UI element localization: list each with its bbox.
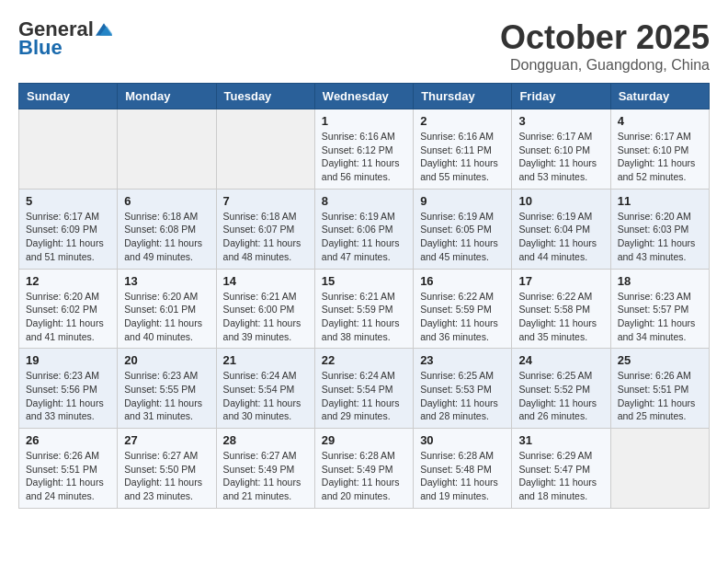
- calendar-cell: 14Sunrise: 6:21 AM Sunset: 6:00 PM Dayli…: [216, 269, 314, 349]
- day-info: Sunrise: 6:26 AM Sunset: 5:51 PM Dayligh…: [618, 369, 702, 423]
- title-block: October 2025 Dongguan, Guangdong, China: [500, 18, 710, 74]
- day-number: 24: [518, 353, 603, 367]
- header-monday: Monday: [118, 84, 216, 109]
- day-number: 26: [26, 433, 110, 447]
- calendar-table: SundayMondayTuesdayWednesdayThursdayFrid…: [18, 83, 710, 509]
- day-number: 29: [322, 433, 406, 447]
- calendar-cell: 21Sunrise: 6:24 AM Sunset: 5:54 PM Dayli…: [216, 349, 314, 429]
- day-number: 23: [420, 353, 505, 367]
- location: Dongguan, Guangdong, China: [500, 57, 710, 74]
- calendar-cell: 5Sunrise: 6:17 AM Sunset: 6:09 PM Daylig…: [19, 189, 118, 269]
- calendar-cell: 12Sunrise: 6:20 AM Sunset: 6:02 PM Dayli…: [19, 269, 118, 349]
- header-wednesday: Wednesday: [314, 84, 413, 109]
- day-info: Sunrise: 6:20 AM Sunset: 6:02 PM Dayligh…: [26, 290, 110, 344]
- logo-icon: [96, 21, 112, 38]
- calendar-cell: 1Sunrise: 6:16 AM Sunset: 6:12 PM Daylig…: [314, 109, 413, 190]
- logo: General Blue: [18, 18, 112, 59]
- calendar-week-1: 1Sunrise: 6:16 AM Sunset: 6:12 PM Daylig…: [19, 109, 710, 190]
- day-number: 4: [618, 114, 702, 128]
- calendar-cell: 7Sunrise: 6:18 AM Sunset: 6:07 PM Daylig…: [216, 189, 314, 269]
- header-saturday: Saturday: [610, 84, 709, 109]
- day-info: Sunrise: 6:16 AM Sunset: 6:12 PM Dayligh…: [322, 130, 406, 184]
- day-number: 19: [26, 353, 110, 367]
- calendar-week-4: 19Sunrise: 6:23 AM Sunset: 5:56 PM Dayli…: [19, 349, 710, 429]
- calendar-cell: [19, 109, 118, 190]
- day-info: Sunrise: 6:20 AM Sunset: 6:01 PM Dayligh…: [124, 290, 209, 344]
- header-thursday: Thursday: [414, 84, 512, 109]
- day-number: 6: [124, 194, 209, 208]
- calendar-cell: 27Sunrise: 6:27 AM Sunset: 5:50 PM Dayli…: [118, 429, 216, 509]
- calendar-cell: 17Sunrise: 6:22 AM Sunset: 5:58 PM Dayli…: [512, 269, 610, 349]
- day-info: Sunrise: 6:22 AM Sunset: 5:58 PM Dayligh…: [518, 290, 603, 344]
- day-info: Sunrise: 6:22 AM Sunset: 5:59 PM Dayligh…: [420, 290, 505, 344]
- calendar-week-3: 12Sunrise: 6:20 AM Sunset: 6:02 PM Dayli…: [19, 269, 710, 349]
- day-info: Sunrise: 6:23 AM Sunset: 5:55 PM Dayligh…: [124, 369, 209, 423]
- calendar-cell: [610, 429, 709, 509]
- day-number: 9: [420, 194, 505, 208]
- calendar-cell: 16Sunrise: 6:22 AM Sunset: 5:59 PM Dayli…: [414, 269, 512, 349]
- calendar-cell: [216, 109, 314, 190]
- calendar-cell: 2Sunrise: 6:16 AM Sunset: 6:11 PM Daylig…: [414, 109, 512, 190]
- day-info: Sunrise: 6:25 AM Sunset: 5:52 PM Dayligh…: [518, 369, 603, 423]
- calendar-cell: [118, 109, 216, 190]
- calendar-cell: 19Sunrise: 6:23 AM Sunset: 5:56 PM Dayli…: [19, 349, 118, 429]
- day-info: Sunrise: 6:18 AM Sunset: 6:08 PM Dayligh…: [124, 210, 209, 264]
- day-info: Sunrise: 6:24 AM Sunset: 5:54 PM Dayligh…: [223, 369, 308, 423]
- day-number: 13: [124, 274, 209, 288]
- day-number: 25: [618, 353, 702, 367]
- calendar-cell: 13Sunrise: 6:20 AM Sunset: 6:01 PM Dayli…: [118, 269, 216, 349]
- header-sunday: Sunday: [19, 84, 118, 109]
- day-info: Sunrise: 6:26 AM Sunset: 5:51 PM Dayligh…: [26, 449, 110, 503]
- day-info: Sunrise: 6:17 AM Sunset: 6:10 PM Dayligh…: [518, 130, 603, 184]
- calendar-cell: 31Sunrise: 6:29 AM Sunset: 5:47 PM Dayli…: [512, 429, 610, 509]
- calendar-header-row: SundayMondayTuesdayWednesdayThursdayFrid…: [19, 84, 710, 109]
- day-number: 11: [618, 194, 702, 208]
- calendar-cell: 15Sunrise: 6:21 AM Sunset: 5:59 PM Dayli…: [314, 269, 413, 349]
- header-friday: Friday: [512, 84, 610, 109]
- day-number: 15: [322, 274, 406, 288]
- day-number: 21: [223, 353, 308, 367]
- calendar-cell: 25Sunrise: 6:26 AM Sunset: 5:51 PM Dayli…: [610, 349, 709, 429]
- calendar-cell: 28Sunrise: 6:27 AM Sunset: 5:49 PM Dayli…: [216, 429, 314, 509]
- day-info: Sunrise: 6:19 AM Sunset: 6:04 PM Dayligh…: [518, 210, 603, 264]
- page-header: General Blue October 2025 Dongguan, Guan…: [18, 18, 710, 74]
- calendar-cell: 23Sunrise: 6:25 AM Sunset: 5:53 PM Dayli…: [414, 349, 512, 429]
- day-info: Sunrise: 6:23 AM Sunset: 5:56 PM Dayligh…: [26, 369, 110, 423]
- month-title: October 2025: [500, 18, 710, 57]
- day-number: 10: [518, 194, 603, 208]
- day-number: 8: [322, 194, 406, 208]
- day-info: Sunrise: 6:17 AM Sunset: 6:10 PM Dayligh…: [618, 130, 702, 184]
- day-number: 28: [223, 433, 308, 447]
- calendar-cell: 29Sunrise: 6:28 AM Sunset: 5:49 PM Dayli…: [314, 429, 413, 509]
- day-number: 3: [518, 114, 603, 128]
- day-number: 17: [518, 274, 603, 288]
- calendar-cell: 20Sunrise: 6:23 AM Sunset: 5:55 PM Dayli…: [118, 349, 216, 429]
- day-number: 18: [618, 274, 702, 288]
- day-number: 20: [124, 353, 209, 367]
- day-number: 12: [26, 274, 110, 288]
- day-info: Sunrise: 6:19 AM Sunset: 6:05 PM Dayligh…: [420, 210, 505, 264]
- day-info: Sunrise: 6:25 AM Sunset: 5:53 PM Dayligh…: [420, 369, 505, 423]
- day-number: 22: [322, 353, 406, 367]
- day-number: 14: [223, 274, 308, 288]
- day-number: 7: [223, 194, 308, 208]
- calendar-cell: 4Sunrise: 6:17 AM Sunset: 6:10 PM Daylig…: [610, 109, 709, 190]
- day-info: Sunrise: 6:27 AM Sunset: 5:50 PM Dayligh…: [124, 449, 209, 503]
- calendar-cell: 6Sunrise: 6:18 AM Sunset: 6:08 PM Daylig…: [118, 189, 216, 269]
- day-info: Sunrise: 6:23 AM Sunset: 5:57 PM Dayligh…: [618, 290, 702, 344]
- day-info: Sunrise: 6:29 AM Sunset: 5:47 PM Dayligh…: [518, 449, 603, 503]
- day-number: 2: [420, 114, 505, 128]
- day-number: 16: [420, 274, 505, 288]
- calendar-week-2: 5Sunrise: 6:17 AM Sunset: 6:09 PM Daylig…: [19, 189, 710, 269]
- day-info: Sunrise: 6:16 AM Sunset: 6:11 PM Dayligh…: [420, 130, 505, 184]
- calendar-cell: 11Sunrise: 6:20 AM Sunset: 6:03 PM Dayli…: [610, 189, 709, 269]
- calendar-cell: 10Sunrise: 6:19 AM Sunset: 6:04 PM Dayli…: [512, 189, 610, 269]
- day-info: Sunrise: 6:18 AM Sunset: 6:07 PM Dayligh…: [223, 210, 308, 264]
- calendar-cell: 24Sunrise: 6:25 AM Sunset: 5:52 PM Dayli…: [512, 349, 610, 429]
- header-tuesday: Tuesday: [216, 84, 314, 109]
- day-info: Sunrise: 6:21 AM Sunset: 6:00 PM Dayligh…: [223, 290, 308, 344]
- day-number: 1: [322, 114, 406, 128]
- calendar-cell: 22Sunrise: 6:24 AM Sunset: 5:54 PM Dayli…: [314, 349, 413, 429]
- day-number: 31: [518, 433, 603, 447]
- calendar-cell: 26Sunrise: 6:26 AM Sunset: 5:51 PM Dayli…: [19, 429, 118, 509]
